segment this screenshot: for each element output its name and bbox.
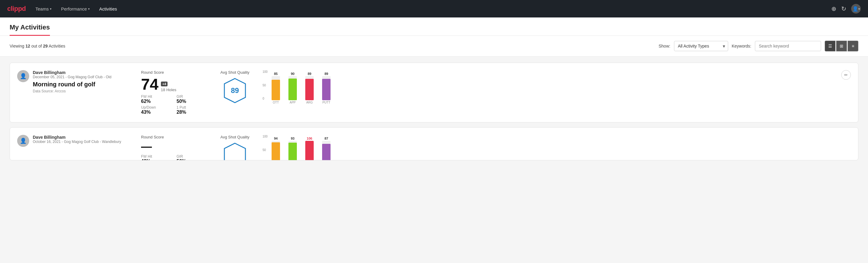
bar-app: 90	[288, 72, 297, 100]
gir-value: 50%	[177, 99, 207, 104]
viewing-number: 12	[26, 43, 30, 49]
shot-quality: Avg Shot Quality 89	[217, 70, 253, 104]
card-date: December 05, 2021 - Gog Magog Golf Club …	[33, 75, 131, 79]
total-number: 29	[43, 43, 48, 49]
refresh-icon[interactable]: ↻	[841, 5, 846, 12]
card-left-2: 👤 Dave Billingham October 16, 2021 - Gog…	[17, 135, 131, 147]
card-left: 👤 Dave Billingham December 05, 2021 - Go…	[17, 70, 131, 93]
bar-value-putt-2: 87	[324, 137, 328, 140]
edit-button[interactable]: ✏	[841, 70, 851, 80]
card-date-2: October 16, 2021 - Gog Magog Golf Club -…	[33, 140, 131, 144]
activity-card-2: 👤 Dave Billingham October 16, 2021 - Gog…	[10, 127, 858, 160]
bar-arg: 89	[305, 72, 314, 100]
viewing-count: Viewing 12 out of 29 Activities	[10, 43, 654, 49]
activity-card: 👤 Dave Billingham December 05, 2021 - Go…	[10, 63, 858, 122]
shot-quality-2: Avg Shot Quality	[217, 135, 253, 160]
activity-type-wrapper: All Activity Types	[674, 41, 728, 51]
navbar-right: ⊕ ↻ 👤 ▾	[831, 4, 861, 13]
fw-hit-group-2: FW Hit 43%	[141, 154, 172, 160]
fw-hit-label: FW Hit	[141, 94, 172, 99]
search-input[interactable]	[755, 41, 821, 51]
y-label-50-2: 50	[262, 148, 268, 152]
bar-value-arg-2: 106	[307, 137, 312, 140]
updown-label: Up/Down	[141, 105, 172, 110]
hexagon-chart: 89	[223, 77, 247, 104]
bar-fill-arg	[305, 79, 314, 100]
nav-performance[interactable]: Performance ▾	[61, 6, 90, 11]
y-label-0: 0	[262, 97, 268, 100]
compact-view-button[interactable]: ≡	[847, 40, 858, 52]
x-label-app: APP	[288, 101, 297, 104]
bar-container-putt	[322, 76, 331, 100]
card-stats-2: Round Score — FW Hit 43% GIR 56%	[141, 135, 207, 160]
player-avatar: 👤	[17, 70, 29, 82]
grid-view-button[interactable]: ⊞	[836, 40, 847, 52]
bar-fill-ott-2	[272, 142, 280, 160]
player-name: Dave Billingham	[33, 70, 131, 75]
bar-value-arg: 89	[308, 72, 311, 76]
bar-ott: 85	[272, 72, 280, 100]
user-avatar[interactable]: 👤 ▾	[851, 4, 861, 13]
show-label: Show:	[659, 43, 671, 49]
bar-app-2: 93	[288, 137, 297, 160]
card-stats: Round Score 74 +4 18 Holes FW Hit 62% GI…	[141, 70, 207, 115]
y-label-100: 100	[262, 70, 268, 74]
shot-quality-label: Avg Shot Quality	[220, 70, 250, 75]
bar-fill-ott	[272, 80, 280, 100]
bar-container-app-2	[288, 141, 297, 160]
bar-container-app	[288, 76, 297, 100]
gir-label-2: GIR	[177, 154, 207, 158]
shot-quality-chart-2: 100 50 0 94 93	[262, 135, 851, 160]
bar-container-arg	[305, 76, 314, 100]
activity-type-select[interactable]: All Activity Types	[674, 41, 728, 51]
view-toggle: ☰ ⊞ ≡	[825, 40, 858, 52]
updown-group: Up/Down 43%	[141, 105, 172, 115]
bar-ott-2: 94	[272, 137, 280, 160]
avatar-chevron: ▾	[858, 7, 860, 10]
stat-grid-2: FW Hit 43% GIR 56%	[141, 154, 207, 160]
gir-group: GIR 50%	[177, 94, 207, 104]
bar-value-ott: 85	[274, 72, 278, 76]
activities-list: 👤 Dave Billingham December 05, 2021 - Go…	[0, 57, 868, 171]
chart-area: 100 50 0 85 90	[262, 70, 832, 100]
score-badge: +4	[161, 82, 168, 86]
y-axis-2: 100 50 0	[262, 135, 268, 160]
bar-putt: 89	[322, 72, 331, 100]
bar-value-putt: 89	[324, 72, 328, 76]
hexagon-svg-2	[223, 142, 247, 160]
add-circle-icon[interactable]: ⊕	[831, 5, 836, 12]
x-axis: OTT APP ARG PUTT	[262, 101, 832, 104]
holes-label: 18 Holes	[161, 88, 176, 92]
fw-hit-value-2: 43%	[141, 158, 172, 160]
stat-grid: FW Hit 62% GIR 50% Up/Down 43% 1 Putt 28…	[141, 94, 207, 115]
nav-activities[interactable]: Activities	[99, 6, 117, 11]
x-label-arg: ARG	[305, 101, 314, 104]
shot-quality-label-2: Avg Shot Quality	[220, 135, 250, 139]
chart-area-2: 100 50 0 94 93	[262, 135, 851, 160]
player-avatar-2: 👤	[17, 135, 29, 147]
y-axis: 100 50 0	[262, 70, 268, 100]
bar-fill-app	[288, 79, 297, 100]
round-score-label-2: Round Score	[141, 135, 207, 139]
list-view-button[interactable]: ☰	[825, 40, 836, 52]
bar-container-arg-2	[305, 141, 314, 160]
bar-value-ott-2: 94	[274, 137, 278, 140]
score-row: 74 +4 18 Holes	[141, 77, 207, 92]
one-putt-value: 28%	[177, 110, 207, 115]
chevron-down-icon: ▾	[88, 7, 90, 10]
round-score-label: Round Score	[141, 70, 207, 75]
score-value: 74	[141, 77, 158, 92]
bar-container-putt-2	[322, 141, 331, 160]
score-row-2: —	[141, 141, 207, 152]
player-name-2: Dave Billingham	[33, 135, 131, 140]
nav-teams[interactable]: Teams ▾	[35, 6, 52, 11]
bar-fill-putt-2	[322, 144, 331, 160]
bar-fill-arg-2	[305, 141, 314, 160]
one-putt-label: 1 Putt	[177, 105, 207, 110]
shot-quality-chart: 100 50 0 85 90	[262, 70, 832, 106]
updown-value: 43%	[141, 110, 172, 115]
bar-putt-2: 87	[322, 137, 331, 160]
navbar: clippd Teams ▾ Performance ▾ Activities …	[0, 0, 868, 18]
bar-fill-putt	[322, 79, 331, 100]
bar-container-ott	[272, 76, 280, 100]
